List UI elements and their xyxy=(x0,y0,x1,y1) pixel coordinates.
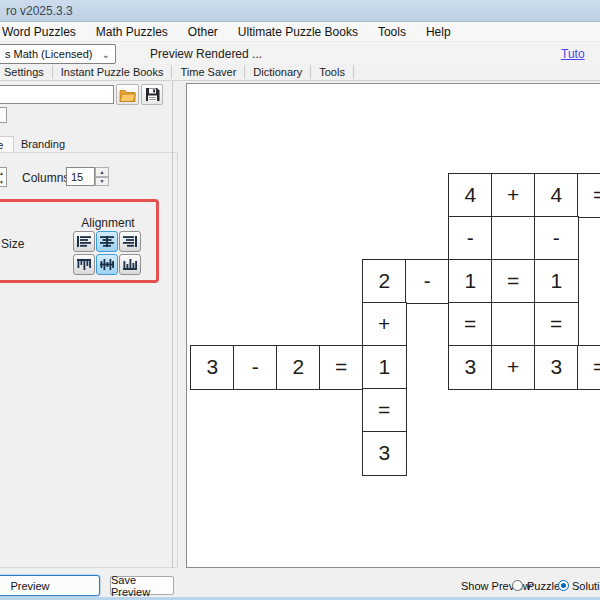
align-right-button[interactable] xyxy=(119,231,141,252)
menu-other[interactable]: Other xyxy=(178,23,228,41)
size-label: Size xyxy=(1,237,24,251)
puzzle-cell: + xyxy=(362,302,407,347)
columns-value: 15 xyxy=(71,171,83,183)
puzzle-cell: 2 xyxy=(276,345,321,390)
tab-settings[interactable]: Settings xyxy=(0,65,53,79)
main-tab-strip: Settings Instant Puzzle Books Time Saver… xyxy=(0,64,600,81)
puzzle-cell: = xyxy=(577,345,600,390)
tab-time-saver[interactable]: Time Saver xyxy=(172,65,245,79)
puzzle-type-dropdown[interactable]: s Math (Licensed) ⌄ xyxy=(0,44,116,64)
menu-math-puzzles[interactable]: Math Puzzles xyxy=(86,23,178,41)
app-window: ro v2025.3.3 Word Puzzles Math Puzzles O… xyxy=(0,0,600,600)
puzzle-cell: = xyxy=(448,302,493,347)
align-center-horizontal-button[interactable] xyxy=(96,231,118,252)
puzzle-cell xyxy=(491,302,536,347)
puzzle-preview-panel: 4+4=--2-1=1+==3-2=13+3==3 xyxy=(186,83,600,568)
subtab-branding-label: Branding xyxy=(21,138,65,150)
align-bottom-icon xyxy=(123,259,137,270)
open-file-button[interactable] xyxy=(116,84,139,105)
radio-solution-label: Solution xyxy=(572,580,600,592)
puzzle-cell: = xyxy=(491,259,536,304)
save-button[interactable] xyxy=(141,84,163,105)
menu-bar: Word Puzzles Math Puzzles Other Ultimate… xyxy=(0,22,600,42)
menu-help[interactable]: Help xyxy=(416,23,461,41)
subtab-style[interactable]: le xyxy=(0,136,14,152)
tab-instant-puzzle-books[interactable]: Instant Puzzle Books xyxy=(53,65,173,79)
preview-button-label: Preview xyxy=(10,580,49,592)
puzzle-cell: + xyxy=(491,173,536,218)
align-top-icon xyxy=(77,259,91,270)
align-left-icon xyxy=(77,236,91,247)
puzzle-cell: 3 xyxy=(190,345,235,390)
puzzle-cell xyxy=(491,216,536,261)
align-top-button[interactable] xyxy=(73,254,95,275)
radio-puzzle-label: Puzzle xyxy=(527,580,560,592)
puzzle-cell: 1 xyxy=(534,259,579,304)
spin-down-icon[interactable]: ▼ xyxy=(95,177,109,187)
subtab-style-label: le xyxy=(0,139,3,151)
menu-word-puzzles[interactable]: Word Puzzles xyxy=(0,23,86,41)
save-preview-label: Save Preview xyxy=(111,574,173,598)
columns-label: Columns xyxy=(22,171,69,185)
alignment-label: Alignment xyxy=(72,216,144,230)
menu-tools[interactable]: Tools xyxy=(368,23,416,41)
puzzle-cell: - xyxy=(534,216,579,261)
puzzle-cell: = xyxy=(577,173,600,218)
tutorials-link[interactable]: Tuto xyxy=(561,47,585,61)
menu-ultimate-puzzle-books[interactable]: Ultimate Puzzle Books xyxy=(228,23,368,41)
align-right-icon xyxy=(123,236,137,247)
clipped-control-fragment[interactable] xyxy=(0,107,7,123)
puzzle-cell: 2 xyxy=(362,259,407,304)
puzzle-grid: 4+4=--2-1=1+==3-2=13+3==3 xyxy=(187,84,600,567)
bottom-bar: Preview Save Preview Show Preview: Puzzl… xyxy=(0,569,600,597)
puzzle-type-value: s Math (Licensed) xyxy=(5,48,92,60)
puzzle-cell: 4 xyxy=(534,173,579,218)
save-preview-button[interactable]: Save Preview xyxy=(110,576,174,595)
alignment-button-group xyxy=(73,231,141,275)
columns-stepper[interactable]: ▲ ▼ xyxy=(95,167,109,186)
puzzle-cell: - xyxy=(233,345,278,390)
rows-spinner-fragment[interactable]: ▲▼ xyxy=(0,167,7,187)
columns-input[interactable]: 15 xyxy=(66,167,95,186)
preview-button[interactable]: Preview xyxy=(0,575,100,596)
align-middle-vertical-button[interactable] xyxy=(96,254,118,275)
chevron-down-icon: ⌄ xyxy=(102,49,115,60)
toolbar-row: s Math (Licensed) ⌄ Preview Rendered ...… xyxy=(0,42,600,64)
align-bottom-button[interactable] xyxy=(119,254,141,275)
puzzle-cell: 4 xyxy=(448,173,493,218)
puzzle-cell: 1 xyxy=(448,259,493,304)
subtab-branding[interactable]: Branding xyxy=(16,136,70,152)
spin-up-icon[interactable]: ▲ xyxy=(95,167,109,177)
tab-dictionary[interactable]: Dictionary xyxy=(245,65,311,79)
puzzle-cell: + xyxy=(491,345,536,390)
file-path-input[interactable] xyxy=(0,85,114,104)
folder-icon xyxy=(119,88,136,102)
align-center-horizontal-icon xyxy=(100,236,114,247)
preview-rendered-status: Preview Rendered ... xyxy=(150,47,262,61)
puzzle-cell: = xyxy=(362,388,407,433)
window-title: ro v2025.3.3 xyxy=(6,4,73,18)
align-middle-vertical-icon xyxy=(100,259,114,270)
puzzle-cell: 3 xyxy=(534,345,579,390)
puzzle-cell: 3 xyxy=(448,345,493,390)
puzzle-cell: = xyxy=(534,302,579,347)
puzzle-cell: 1 xyxy=(362,345,407,390)
puzzle-cell: - xyxy=(448,216,493,261)
puzzle-cell: - xyxy=(405,259,450,304)
tab-tools[interactable]: Tools xyxy=(311,65,354,79)
puzzle-cell: 3 xyxy=(362,431,407,476)
panel-splitter[interactable] xyxy=(172,81,173,568)
save-icon xyxy=(145,87,160,102)
radio-puzzle[interactable] xyxy=(512,580,523,591)
radio-solution[interactable] xyxy=(558,580,569,591)
align-left-button[interactable] xyxy=(73,231,95,252)
title-bar[interactable]: ro v2025.3.3 xyxy=(0,0,600,22)
puzzle-cell: = xyxy=(319,345,364,390)
